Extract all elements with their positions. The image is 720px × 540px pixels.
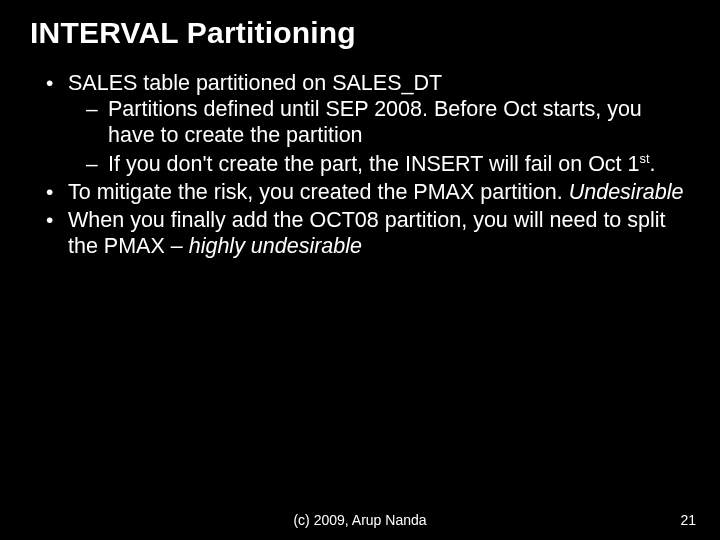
sub-bullet-text-post: . xyxy=(650,152,656,176)
bullet-item: When you finally add the OCT08 partition… xyxy=(46,207,690,259)
slide: INTERVAL Partitioning SALES table partit… xyxy=(0,0,720,540)
bullet-text: SALES table partitioned on SALES_DT xyxy=(68,71,442,95)
sub-bullet-text: Partitions defined until SEP 2008. Befor… xyxy=(108,97,642,147)
sub-bullet-list: Partitions defined until SEP 2008. Befor… xyxy=(68,96,690,177)
bullet-list: SALES table partitioned on SALES_DT Part… xyxy=(30,70,690,260)
slide-title: INTERVAL Partitioning xyxy=(30,16,690,50)
sub-bullet-item: Partitions defined until SEP 2008. Befor… xyxy=(86,96,690,148)
sub-bullet-text: If you don't create the part, the INSERT… xyxy=(108,152,640,176)
ordinal-suffix: st xyxy=(640,151,650,166)
bullet-text: When you finally add the OCT08 partition… xyxy=(68,208,666,258)
bullet-item: SALES table partitioned on SALES_DT Part… xyxy=(46,70,690,177)
bullet-emphasis: Undesirable xyxy=(569,180,684,204)
bullet-item: To mitigate the risk, you created the PM… xyxy=(46,179,690,205)
footer-copyright: (c) 2009, Arup Nanda xyxy=(0,512,720,528)
bullet-emphasis: highly undesirable xyxy=(189,234,362,258)
page-number: 21 xyxy=(680,512,696,528)
sub-bullet-item: If you don't create the part, the INSERT… xyxy=(86,151,690,177)
bullet-text: To mitigate the risk, you created the PM… xyxy=(68,180,569,204)
